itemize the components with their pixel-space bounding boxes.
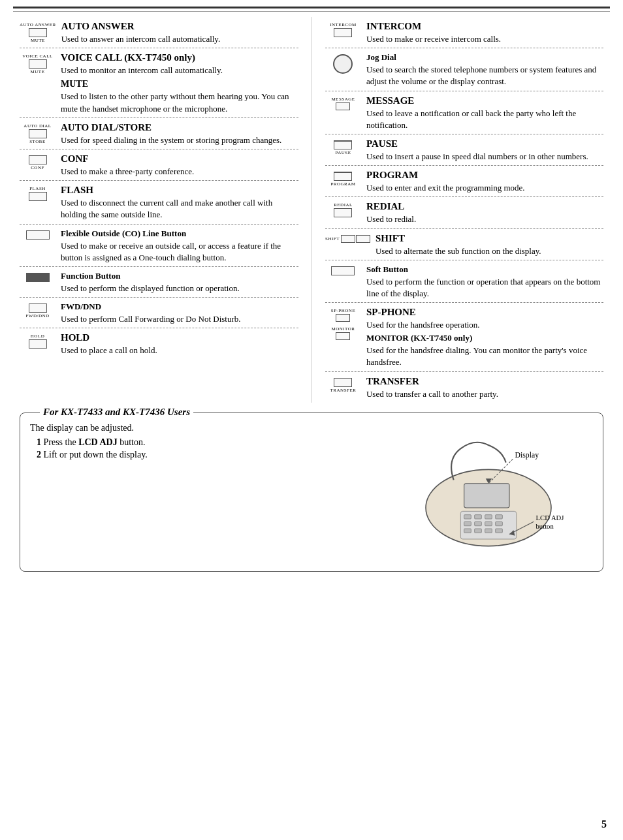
section-function-button: Function Button Used to perform the disp…	[20, 267, 298, 298]
jog-dial-icon	[333, 54, 353, 74]
pause-label: PAUSE	[335, 150, 351, 155]
shift-top-label: SHIFT	[325, 236, 340, 241]
auto-answer-content: AUTO ANSWER Used to answer an intercom c…	[61, 21, 298, 45]
bottom-step-2: 2 Lift or put down the display.	[37, 450, 371, 460]
svg-rect-9	[485, 521, 492, 525]
svg-text:LCD ADJ: LCD ADJ	[536, 514, 564, 521]
icon-area-message: MESSAGE	[325, 95, 361, 111]
flexible-co-icon	[26, 230, 50, 240]
flexible-co-content: Flexible Outside (CO) Line Button Used t…	[61, 228, 298, 264]
conf-title: CONF	[61, 153, 298, 164]
soft-button-text: Used to perform the function or operatio…	[366, 276, 603, 300]
shift-icon-left	[341, 235, 355, 243]
auto-answer-title: AUTO ANSWER	[61, 21, 298, 32]
shift-content: SHIFT Used to alternate the sub function…	[375, 233, 603, 257]
program-title: PROGRAM	[366, 170, 603, 181]
function-button-title: Function Button	[61, 271, 298, 281]
fwd-dnd-text: Used to perform Call Forwarding or Do No…	[61, 313, 298, 325]
section-fwd-dnd: FWD/DND FWD/DND Used to perform Call For…	[20, 298, 298, 328]
section-message: MESSAGE MESSAGE Used to leave a notifica…	[325, 91, 603, 134]
icon-area-pause: PAUSE	[325, 138, 361, 155]
sp-phone-text1: Used for the handsfree operation.	[366, 319, 603, 331]
icon-area-sp-phone: SP-PHONE MONITOR	[325, 307, 361, 341]
soft-button-icon	[331, 266, 355, 275]
flash-content: FLASH Used to disconnect the current cal…	[61, 185, 298, 221]
monitor-top-label: MONITOR	[331, 326, 355, 332]
svg-text:Display: Display	[515, 451, 539, 459]
pause-content: PAUSE Used to insert a pause in speed di…	[366, 138, 603, 163]
step-1-text-after: button.	[120, 437, 145, 447]
section-flexible-co: Flexible Outside (CO) Line Button Used t…	[20, 225, 298, 267]
intercom-title: INTERCOM	[366, 21, 603, 32]
program-icon	[334, 172, 352, 181]
auto-dial-bottom-label: STORE	[29, 139, 46, 144]
message-top-label: MESSAGE	[331, 97, 355, 102]
icon-area-auto-answer: AUTO ANSWER MUTE	[20, 21, 56, 43]
shift-icon-group: SHIFT	[325, 234, 370, 243]
jog-dial-text: Used to search the stored telephone numb…	[366, 64, 603, 87]
pause-icon	[334, 140, 352, 149]
monitor-title: MONITOR (KX-T7450 only)	[366, 333, 603, 343]
auto-answer-text: Used to answer an intercom call automati…	[61, 33, 298, 45]
icon-area-auto-dial: AUTO DIAL STORE	[20, 122, 56, 144]
fwd-dnd-label: FWD/DND	[25, 313, 49, 319]
transfer-label: TRANSFER	[330, 388, 357, 393]
flexible-co-title: Flexible Outside (CO) Line Button	[61, 228, 298, 239]
voice-call-content: VOICE CALL (KX-T7450 only) Used to monit…	[61, 52, 298, 115]
transfer-title: TRANSFER	[366, 376, 603, 387]
shift-title: SHIFT	[375, 233, 603, 244]
soft-button-content: Soft Button Used to perform the function…	[366, 264, 603, 300]
icon-area-hold: HOLD	[20, 332, 56, 349]
content-area: AUTO ANSWER MUTE AUTO ANSWER Used to ans…	[13, 17, 610, 403]
hold-content: HOLD Used to place a call on hold.	[61, 332, 298, 356]
icon-area-function-button	[20, 271, 56, 283]
section-auto-answer: AUTO ANSWER MUTE AUTO ANSWER Used to ans…	[20, 17, 298, 48]
sp-phone-content: SP-PHONE Used for the handsfree operatio…	[366, 307, 603, 369]
auto-dial-text: Used for speed dialing in the system or …	[61, 134, 298, 146]
svg-rect-7	[464, 521, 471, 525]
redial-title: REDIAL	[366, 201, 603, 212]
icon-area-flash: FLASH	[20, 185, 56, 202]
auto-dial-icon	[29, 129, 47, 138]
conf-text: Used to make a three-party conference.	[61, 166, 298, 178]
conf-content: CONF Used to make a three-party conferen…	[61, 153, 298, 178]
section-intercom: INTERCOM INTERCOM Used to make or receiv…	[325, 17, 603, 48]
svg-rect-6	[496, 514, 503, 518]
section-soft-button: Soft Button Used to perform the function…	[325, 260, 603, 303]
auto-answer-top-label: AUTO ANSWER	[20, 22, 56, 27]
icon-area-conf: CONF	[20, 153, 56, 170]
svg-rect-1	[464, 483, 509, 507]
message-icon	[336, 102, 350, 110]
step-1-text-before: Press the	[44, 437, 79, 447]
right-column: INTERCOM INTERCOM Used to make or receiv…	[312, 17, 603, 403]
svg-rect-10	[496, 521, 503, 525]
icon-area-redial: REDIAL	[325, 201, 361, 218]
jog-dial-content: Jog Dial Used to search the stored telep…	[366, 52, 603, 87]
bottom-content: The display can be adjusted. 1 Press the…	[30, 423, 593, 565]
svg-rect-8	[475, 521, 482, 525]
hold-icon	[29, 339, 47, 349]
pause-title: PAUSE	[366, 138, 603, 149]
section-voice-call: VOICE CALL MUTE VOICE CALL (KX-T7450 onl…	[20, 48, 298, 118]
shift-icon-right	[356, 235, 370, 243]
icon-area-shift: SHIFT	[325, 233, 370, 243]
mute-title: MUTE	[61, 79, 298, 89]
transfer-text: Used to transfer a call to another party…	[366, 388, 603, 400]
svg-rect-13	[485, 529, 492, 533]
voice-call-bottom-label: MUTE	[31, 69, 45, 74]
svg-rect-3	[464, 514, 471, 518]
svg-rect-11	[464, 529, 471, 533]
hold-text: Used to place a call on hold.	[61, 345, 298, 356]
sp-phone-title: SP-PHONE	[366, 307, 603, 318]
page-container: AUTO ANSWER MUTE AUTO ANSWER Used to ans…	[0, 0, 623, 840]
phone-diagram: Display LCD ADJ button	[384, 423, 593, 565]
section-program: PROGRAM PROGRAM Used to enter and exit t…	[325, 166, 603, 197]
icon-area-fwd-dnd: FWD/DND	[20, 302, 56, 319]
fwd-dnd-content: FWD/DND Used to perform Call Forwarding …	[61, 302, 298, 325]
flash-title: FLASH	[61, 185, 298, 196]
top-border	[13, 7, 610, 12]
auto-dial-title: AUTO DIAL/STORE	[61, 122, 298, 133]
step-1-number: 1	[37, 437, 41, 447]
shift-text: Used to alternate the sub function on th…	[375, 245, 603, 257]
monitor-text: Used for the handsfree dialing. You can …	[366, 345, 603, 368]
